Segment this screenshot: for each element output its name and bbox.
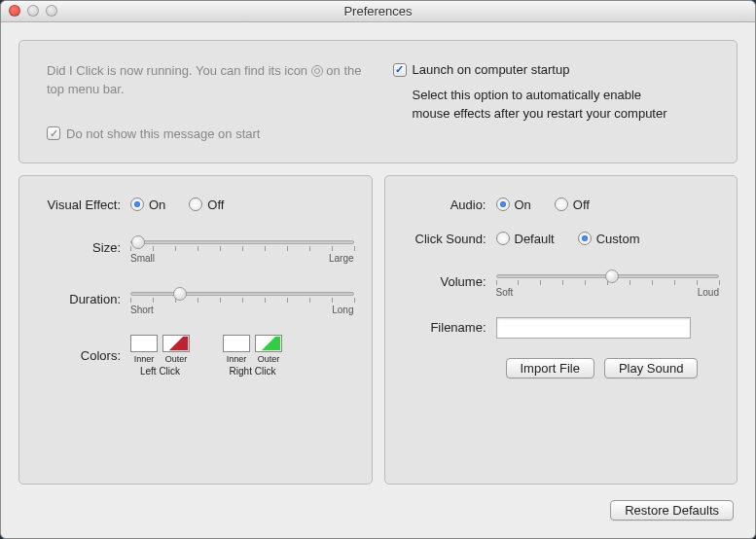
visual-panel: Visual Effect: On Off (18, 175, 373, 485)
minimize-window-button[interactable] (27, 5, 39, 17)
launch-startup-label: Launch on computer startup (413, 62, 570, 77)
launch-row: Launch on computer startup (393, 62, 710, 77)
right-outer-color-swatch[interactable] (255, 335, 282, 352)
traffic-lights (9, 5, 57, 17)
radio-icon (496, 232, 510, 245)
titlebar: Preferences (1, 1, 755, 22)
info-right: Launch on computer startup Select this o… (393, 62, 710, 141)
radio-icon (496, 198, 510, 211)
running-message: Did I Click is now running. You can find… (47, 62, 364, 99)
restore-defaults-button[interactable]: Restore Defaults (610, 500, 734, 521)
radio-icon (189, 198, 202, 211)
footer: Restore Defaults (18, 496, 738, 521)
volume-label: Volume: (399, 274, 496, 289)
left-inner-color-swatch[interactable] (130, 335, 158, 352)
right-click-colors: Inner Outer Right Click (223, 335, 282, 377)
filename-label: Filename: (399, 320, 496, 335)
size-label: Size: (33, 240, 130, 255)
duration-slider[interactable]: Short Long (130, 283, 354, 315)
info-panel: Did I Click is now running. You can find… (18, 40, 738, 163)
dont-show-row: Do not show this message on start (47, 126, 364, 141)
audio-on-option[interactable]: On (496, 198, 531, 212)
window-title: Preferences (343, 4, 412, 18)
radio-icon (578, 232, 592, 245)
duration-label: Duration: (33, 292, 130, 306)
radio-icon (130, 198, 144, 211)
radio-icon (555, 198, 568, 211)
audio-label: Audio: (399, 198, 496, 212)
audio-panel: Audio: On Off (384, 175, 738, 485)
colors-label: Colors: (33, 348, 130, 363)
preferences-window: Preferences Did I Click is now running. … (0, 0, 756, 539)
audio-button-row: Import File Play Sound (506, 358, 720, 378)
size-slider[interactable]: Small Large (130, 232, 354, 264)
click-sound-default-option[interactable]: Default (496, 232, 555, 246)
menubar-target-icon (311, 65, 323, 77)
visual-effect-off-option[interactable]: Off (189, 198, 224, 212)
zoom-window-button[interactable] (46, 5, 57, 17)
import-file-button[interactable]: Import File (506, 358, 594, 378)
filename-input[interactable] (496, 317, 691, 339)
click-sound-label: Click Sound: (399, 232, 496, 246)
left-click-colors: Inner Outer Left Click (130, 335, 190, 377)
settings-split: Visual Effect: On Off (18, 175, 738, 485)
click-sound-custom-option[interactable]: Custom (578, 232, 640, 246)
launch-startup-checkbox[interactable] (393, 63, 407, 77)
volume-slider[interactable]: Soft Loud (496, 266, 720, 298)
visual-effect-label: Visual Effect: (33, 198, 130, 212)
play-sound-button[interactable]: Play Sound (604, 358, 699, 378)
dont-show-label: Do not show this message on start (66, 126, 260, 141)
content: Did I Click is now running. You can find… (1, 22, 755, 538)
left-outer-color-swatch[interactable] (162, 335, 190, 352)
right-inner-color-swatch[interactable] (223, 335, 250, 352)
audio-off-option[interactable]: Off (555, 198, 590, 212)
visual-effect-on-option[interactable]: On (130, 198, 165, 212)
info-left: Did I Click is now running. You can find… (47, 62, 364, 141)
launch-description: Select this option to automatically enab… (413, 87, 675, 124)
close-window-button[interactable] (9, 5, 20, 17)
dont-show-checkbox[interactable] (47, 126, 60, 140)
